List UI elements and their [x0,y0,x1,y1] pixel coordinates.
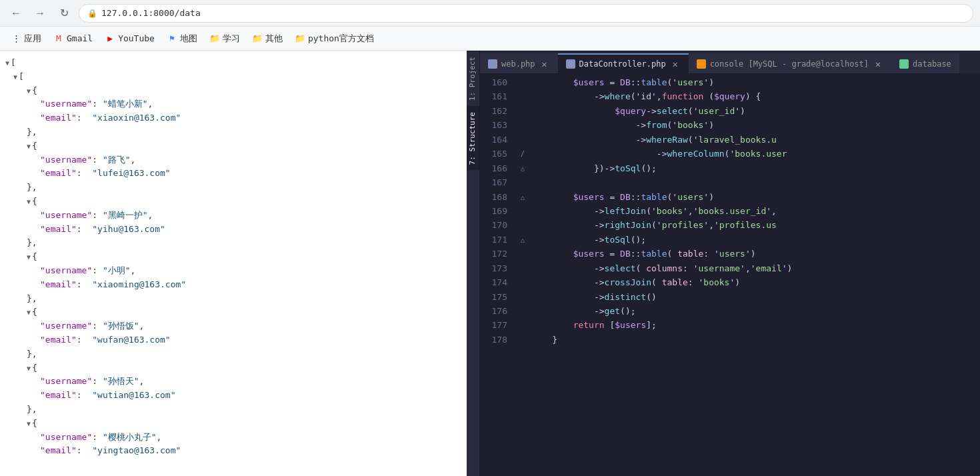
gutter-172 [517,247,529,261]
code-line-160: $users = DB::table('users') [531,75,980,89]
tab-web-php[interactable]: web.php ✕ [480,53,558,73]
gutter-168: △ [517,190,529,204]
bookmark-maps[interactable]: ⚑ 地图 [161,30,203,47]
bookmark-other-label: 其他 [265,33,283,45]
ln-171: 171 [480,233,511,247]
json-obj-3-close: }, [0,236,467,250]
bookmark-youtube[interactable]: ▶ YouTube [99,31,160,47]
ln-175: 175 [480,290,511,304]
ln-160: 160 [480,75,511,89]
study-icon: 📁 [209,33,220,44]
back-button[interactable]: ← [7,4,25,23]
ln-174: 174 [480,275,511,289]
vtab-structure[interactable]: 7: Structure [467,106,479,170]
json-u5-email: "email": "wufan@163.com" [0,333,467,347]
line-numbers: 160 161 162 163 164 165 166 167 168 169 … [480,74,517,476]
tab-console-mysql-close[interactable]: ✕ [873,59,883,69]
code-line-162: $query->select('user_id') [531,104,980,118]
ln-169: 169 [480,204,511,218]
gutter-174 [517,275,529,289]
gutter-170 [517,218,529,232]
ln-172: 172 [480,247,511,261]
ln-170: 170 [480,218,511,232]
bookmark-study[interactable]: 📁 学习 [204,30,245,47]
json-obj-5-close: }, [0,347,467,361]
bookmark-gmail[interactable]: M Gmail [48,31,98,47]
bookmark-python[interactable]: 📁 python官方文档 [289,30,379,47]
youtube-icon: ▶ [105,33,115,44]
tab-web-php-label: web.php [501,59,535,69]
gutter-167 [517,175,529,189]
bookmarks-bar: ⋮ 应用 M Gmail ▶ YouTube ⚑ 地图 📁 学习 📁 其他 📁 … [0,27,980,51]
tab-console-mysql-label: console [MySQL - grade@localhost] [710,59,869,69]
gutter-164 [517,133,529,147]
lock-icon: 🔒 [87,9,97,18]
code-line-169: ->leftJoin('books','books.user_id', [531,204,980,218]
gutter-177 [517,318,529,332]
code-line-165: ->whereColumn('books.user [531,147,980,161]
bookmark-study-label: 学习 [223,33,240,45]
json-obj-2-open: ▼{ [0,139,467,153]
tab-data-controller[interactable]: DataController.php ✕ [558,53,689,73]
json-obj-2-close: }, [0,181,467,195]
other-icon: 📁 [252,33,263,44]
vtab-project[interactable]: 1: Project [467,51,479,106]
bookmark-youtube-label: YouTube [118,33,155,43]
json-u4-email: "email": "xiaoming@163.com" [0,278,467,292]
ln-161: 161 [480,89,511,103]
address-bar[interactable]: 🔒 127.0.0.1:8000/data [79,4,973,23]
json-u4-username: "username": "小明", [0,264,467,278]
tab-data-controller-close[interactable]: ✕ [670,59,681,69]
json-u6-email: "email": "wutian@163.com" [0,389,467,403]
ln-164: 164 [480,133,511,147]
php-file-icon-2 [566,59,575,69]
code-line-176: ->get(); [531,304,980,318]
json-obj-7-open: ▼{ [0,417,467,431]
ln-166: 166 [480,161,511,175]
gutter-171: △ [517,233,529,247]
url-text: 127.0.0.1:8000/data [101,8,201,18]
gutter-166: △ [517,161,529,175]
ide-panel: 1: Project 7: Structure web.php ✕ DataCo… [467,51,980,476]
ln-178: 178 [480,333,511,347]
bookmark-other[interactable]: 📁 其他 [247,30,288,47]
tab-data-controller-label: DataController.php [579,59,666,69]
json-u6-username: "username": "孙悟天", [0,375,467,389]
code-line-172: $users = DB::table( table: 'users') [531,247,980,261]
gutter-173 [517,261,529,275]
browser-chrome: ← → ↻ 🔒 127.0.0.1:8000/data [0,0,980,27]
tab-console-mysql[interactable]: console [MySQL - grade@localhost] ✕ [689,53,891,73]
forward-button[interactable]: → [31,4,49,23]
json-u3-username: "username": "黑崎一护", [0,209,467,223]
code-line-163: ->from('books') [531,118,980,132]
json-u2-email: "email": "lufei@163.com" [0,167,467,181]
bookmark-apps[interactable]: ⋮ 应用 [5,30,47,47]
tab-web-php-close[interactable]: ✕ [539,59,550,69]
apps-icon: ⋮ [11,33,21,44]
code-line-174: ->crossJoin( table: 'books') [531,275,980,289]
code-line-168: $users = DB::table('users') [531,190,980,204]
json-obj-5-open: ▼{ [0,305,467,319]
gutter-169 [517,204,529,218]
bookmark-python-label: python官方文档 [308,33,374,45]
code-line-166: })->toSql(); [531,161,980,175]
browser-panel[interactable]: ▼[ ▼[ ▼{ "username": "蜡笔小新", "email": "x… [0,51,467,476]
json-obj-3-open: ▼{ [0,195,467,209]
ln-165: 165 [480,147,511,161]
code-area[interactable]: 160 161 162 163 164 165 166 167 168 169 … [480,74,980,476]
tab-database[interactable]: database [891,53,959,73]
json-u2-username: "username": "路飞", [0,153,467,167]
json-u5-username: "username": "孙悟饭", [0,319,467,333]
json-obj-1-close: }, [0,125,467,139]
ln-167: 167 [480,175,511,189]
gutter-175 [517,290,529,304]
gutter-165: / [517,147,529,161]
ln-173: 173 [480,261,511,275]
maps-icon: ⚑ [167,33,177,44]
reload-button[interactable]: ↻ [55,4,73,23]
json-u7-username: "username": "樱桃小丸子", [0,431,467,445]
ln-168: 168 [480,190,511,204]
ln-162: 162 [480,104,511,118]
tab-database-label: database [913,59,951,69]
mysql-icon [697,59,706,69]
